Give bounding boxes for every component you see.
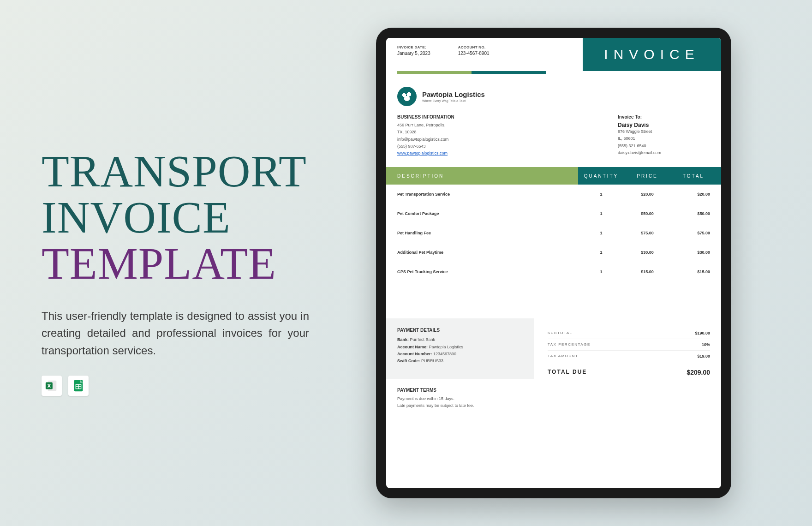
excel-icon xyxy=(42,376,62,396)
invoice-header: INVOICE DATE: January 5, 2023 ACCOUNT NO… xyxy=(386,38,721,71)
to-addr1: 876 Waggle Street xyxy=(618,128,710,135)
business-info: BUSINESS INFORMATION 456 Purr Lane, Petr… xyxy=(397,114,599,157)
to-addr2: IL, 60601 xyxy=(618,135,710,142)
taxamt-label: TAX AMOUNT xyxy=(548,354,578,359)
company-name: Pawtopia Logistics xyxy=(422,90,485,98)
payment-terms: PAYMENT TERMS Payment is due within 15 d… xyxy=(386,379,721,409)
th-description: DESCRIPTION xyxy=(386,167,578,185)
payment-details: PAYMENT DETAILS Bank: Purrfect Bank Acco… xyxy=(386,318,534,379)
invoice-banner: INVOICE xyxy=(583,38,721,71)
invoice-date-block: INVOICE DATE: January 5, 2023 xyxy=(397,45,430,64)
th-quantity: QUANTITY xyxy=(578,167,624,185)
taxpct-label: TAX PERCENTAGE xyxy=(548,342,591,347)
totals-block: SUBTOTAL$190.00 TAX PERCENTAGE10% TAX AM… xyxy=(534,318,721,379)
biz-email: info@pawtopialogistics.com xyxy=(397,136,599,143)
table-header: DESCRIPTION QUANTITY PRICE TOTAL xyxy=(386,167,721,185)
business-info-head: BUSINESS INFORMATION xyxy=(397,114,599,120)
invoice-date-label: INVOICE DATE: xyxy=(397,45,430,49)
headline-line3: TEMPLATE xyxy=(42,241,337,287)
invoice-to-head: Invoice To: xyxy=(618,114,710,120)
account-value: 123-4567-8901 xyxy=(458,51,490,56)
table-row: Pet Comfort Package 1 $50.00 $50.00 xyxy=(386,204,721,223)
biz-addr2: TX, 10928 xyxy=(397,129,599,136)
account-block: ACCOUNT NO. 123-4567-8901 xyxy=(458,45,490,64)
to-phone: (555) 321-6540 xyxy=(618,143,710,149)
terms-head: PAYMENT TERMS xyxy=(397,388,710,393)
account-label: ACCOUNT NO. xyxy=(458,45,490,49)
th-price: PRICE xyxy=(624,167,670,185)
company-logo-icon xyxy=(397,87,417,106)
invoice-document: INVOICE DATE: January 5, 2023 ACCOUNT NO… xyxy=(386,38,721,488)
tablet-frame: INVOICE DATE: January 5, 2023 ACCOUNT NO… xyxy=(376,28,731,498)
terms-line1: Payment is due within 15 days. xyxy=(397,395,710,402)
headline: TRANSPORT INVOICE TEMPLATE xyxy=(42,149,337,287)
description-text: This user-friendly template is designed … xyxy=(42,307,309,359)
accent-bar xyxy=(397,71,710,74)
subtotal-label: SUBTOTAL xyxy=(548,331,573,335)
invoice-to: Invoice To: Daisy Davis 876 Waggle Stree… xyxy=(618,114,710,157)
subtotal-value: $190.00 xyxy=(695,331,710,335)
company-tagline: Where Every Wag Tells a Tale! xyxy=(422,99,485,102)
table-row: Pet Handling Fee 1 $75.00 $75.00 xyxy=(386,223,721,243)
table-row: GPS Pet Tracking Service 1 $15.00 $15.00 xyxy=(386,262,721,281)
promo-panel: TRANSPORT INVOICE TEMPLATE This user-fri… xyxy=(42,130,337,395)
company-block: Pawtopia Logistics Where Every Wag Tells… xyxy=(386,74,721,113)
payment-head: PAYMENT DETAILS xyxy=(397,328,523,333)
th-total: TOTAL xyxy=(670,167,721,185)
taxpct-value: 10% xyxy=(702,342,710,347)
terms-line2: Late payments may be subject to late fee… xyxy=(397,402,710,409)
biz-website-link[interactable]: www.pawtopialogistics.com xyxy=(397,150,599,157)
taxamt-value: $19.00 xyxy=(697,354,710,359)
biz-addr1: 456 Purr Lane, Petropolis, xyxy=(397,122,599,129)
totaldue-label: TOTAL DUE xyxy=(548,369,587,376)
headline-line2: INVOICE xyxy=(42,195,337,241)
biz-phone: (555) 987-6543 xyxy=(397,143,599,150)
to-email: daisy.davis@email.com xyxy=(618,149,710,156)
table-body: Pet Transportation Service 1 $20.00 $20.… xyxy=(386,185,721,281)
headline-line1: TRANSPORT xyxy=(42,149,337,195)
table-row: Pet Transportation Service 1 $20.00 $20.… xyxy=(386,185,721,204)
to-name: Daisy Davis xyxy=(618,122,710,128)
table-row: Additional Pet Playtime 1 $30.00 $30.00 xyxy=(386,243,721,262)
format-icons xyxy=(42,376,337,396)
invoice-date-value: January 5, 2023 xyxy=(397,51,430,56)
totaldue-value: $209.00 xyxy=(687,369,710,376)
google-sheets-icon xyxy=(68,376,89,396)
